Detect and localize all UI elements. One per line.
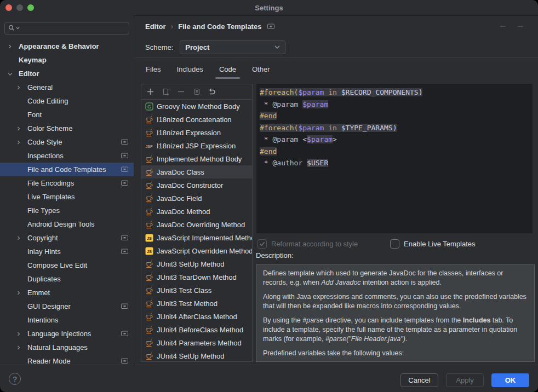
- tab-code[interactable]: Code: [219, 65, 237, 73]
- sidebar-item-file-and-code-templates[interactable]: File and Code Templates: [0, 163, 134, 176]
- jsp-file-icon: JSP: [145, 141, 153, 150]
- question-mark-icon: ?: [13, 375, 16, 383]
- chevron-right-icon[interactable]: [16, 332, 27, 336]
- reset-to-default-button[interactable]: [207, 87, 216, 96]
- template-item-groovy-new-method-body[interactable]: GGroovy New Method Body: [141, 100, 252, 113]
- apply-button[interactable]: Apply: [446, 373, 484, 387]
- template-item-javadoc-class[interactable]: JavaDoc Class: [141, 165, 252, 178]
- template-item-javascript-overridden-method[interactable]: JSJavaScript Overridden Method: [141, 244, 252, 257]
- chevron-right-icon[interactable]: [16, 126, 27, 131]
- template-item-i18nized-jsp-expression[interactable]: JSPI18nized JSP Expression: [141, 139, 252, 152]
- enable-live-templates-label: Enable Live Templates: [404, 240, 476, 248]
- sidebar-item-label: Keymap: [19, 56, 47, 64]
- sidebar-item-language-injections[interactable]: Language Injections: [0, 327, 134, 341]
- template-item-junit3-test-class[interactable]: JUnit3 Test Class: [141, 284, 252, 297]
- tab-other[interactable]: Other: [251, 65, 271, 73]
- cancel-button[interactable]: Cancel: [400, 373, 438, 387]
- settings-content: Editor › File and Code Templates ← → Sch…: [134, 15, 538, 366]
- screen-icon: [121, 331, 128, 337]
- sidebar-item-label: Code Editing: [27, 97, 68, 105]
- tab-includes[interactable]: Includes: [176, 65, 203, 73]
- chevron-down-icon[interactable]: [8, 72, 19, 76]
- template-item-junit3-teardown-method[interactable]: JUnit3 TearDown Method: [141, 270, 252, 284]
- sidebar-item-emmet[interactable]: Emmet: [0, 286, 134, 299]
- template-item-junit3-test-method[interactable]: JUnit3 Test Method: [141, 297, 252, 310]
- duplicate-template-button[interactable]: [192, 87, 201, 96]
- sidebar-item-general[interactable]: General: [0, 80, 134, 94]
- template-item-junit4-parameters-method[interactable]: JUnit4 Parameters Method: [141, 336, 252, 349]
- template-item-i18nized-expression[interactable]: I18nized Expression: [141, 126, 252, 139]
- sidebar-item-android-design-tools[interactable]: Android Design Tools: [0, 217, 134, 231]
- sidebar-item-natural-languages[interactable]: Natural Languages: [0, 341, 134, 354]
- sidebar-item-gui-designer[interactable]: GUI Designer: [0, 299, 134, 313]
- sidebar-item-file-encodings[interactable]: File Encodings: [0, 176, 134, 190]
- sidebar-item-label: Code Style: [27, 138, 62, 146]
- sidebar-item-compose-live-edit[interactable]: Compose Live Edit: [0, 258, 134, 272]
- sidebar-item-live-templates[interactable]: Live Templates: [0, 190, 134, 204]
- template-item-javadoc-field[interactable]: JavaDoc Field: [141, 192, 252, 205]
- chevron-right-icon[interactable]: [16, 85, 27, 90]
- remove-template-button[interactable]: [176, 87, 186, 96]
- sidebar-item-color-scheme[interactable]: Color Scheme: [0, 122, 134, 135]
- enable-live-templates-checkbox[interactable]: [390, 239, 399, 249]
- description-box[interactable]: Defines template which used to generate …: [256, 264, 535, 362]
- sidebar-item-duplicates[interactable]: Duplicates: [0, 272, 134, 286]
- sidebar-item-copyright[interactable]: Copyright: [0, 231, 134, 245]
- description-paragraph: Defines template which used to generate …: [263, 269, 528, 287]
- settings-search-box[interactable]: [4, 22, 129, 34]
- ok-button[interactable]: OK: [491, 373, 529, 387]
- cup-file-icon: [145, 168, 153, 176]
- sidebar-item-file-types[interactable]: File Types: [0, 204, 134, 217]
- chevron-right-icon[interactable]: [16, 236, 27, 240]
- sidebar-item-reader-mode[interactable]: Reader Mode: [0, 354, 134, 366]
- breadcrumb-item-file-and-code-templates[interactable]: File and Code Templates: [178, 22, 261, 31]
- description-paragraph: Predefined variables take the following …: [263, 349, 528, 358]
- sidebar-item-keymap[interactable]: Keymap: [0, 53, 134, 67]
- zoom-window-button[interactable]: [27, 4, 34, 11]
- sidebar-item-code-editing[interactable]: Code Editing: [0, 94, 134, 108]
- description-paragraph: By using the #parse directive, you can i…: [263, 316, 528, 344]
- template-item-label: JavaScript Overridden Method: [157, 247, 252, 255]
- template-item-junit4-setup-method[interactable]: JUnit4 SetUp Method: [141, 349, 252, 361]
- template-item-i18nized-concatenation[interactable]: I18nized Concatenation: [141, 113, 252, 126]
- template-item-label: JavaDoc Class: [157, 168, 204, 176]
- sidebar-item-label: GUI Designer: [27, 302, 71, 310]
- sidebar-item-label: File Encodings: [27, 179, 74, 187]
- sidebar-item-label: Emmet: [27, 289, 50, 297]
- template-item-javadoc-constructor[interactable]: JavaDoc Constructor: [141, 178, 252, 192]
- cup-file-icon: [145, 351, 153, 360]
- search-history-chevron-icon[interactable]: [16, 27, 20, 30]
- help-button[interactable]: ?: [9, 373, 21, 385]
- chevron-right-icon[interactable]: [16, 291, 27, 295]
- template-item-junit4-beforeclass-method[interactable]: JUnit4 BeforeClass Method: [141, 323, 252, 336]
- add-template-button[interactable]: [146, 87, 155, 96]
- scheme-dropdown[interactable]: Project: [180, 41, 285, 54]
- template-item-junit3-setup-method[interactable]: JUnit3 SetUp Method: [141, 257, 252, 270]
- breadcrumb-item-editor[interactable]: Editor: [145, 22, 166, 31]
- back-arrow-icon[interactable]: ←: [499, 20, 507, 30]
- sidebar-item-code-style[interactable]: Code Style: [0, 135, 134, 149]
- sidebar-item-inlay-hints[interactable]: Inlay Hints: [0, 245, 134, 258]
- template-item-javascript-implemented-method[interactable]: JSJavaScript Implemented Method: [141, 231, 252, 244]
- sidebar-item-editor[interactable]: Editor: [0, 67, 134, 80]
- template-editor[interactable]: #foreach($param in $RECORD_COMPONENTS) *…: [256, 84, 533, 233]
- cup-file-icon: [145, 181, 153, 189]
- template-item-javadoc-overriding-method[interactable]: JavaDoc Overriding Method: [141, 218, 252, 231]
- chevron-right-icon[interactable]: [8, 44, 19, 49]
- chevron-right-icon[interactable]: [16, 345, 27, 350]
- sidebar-item-intentions[interactable]: Intentions: [0, 313, 134, 327]
- sidebar-item-inspections[interactable]: Inspections: [0, 149, 134, 163]
- search-input[interactable]: [20, 24, 125, 33]
- code-line: * @param $param: [260, 99, 533, 111]
- template-item-javadoc-method[interactable]: JavaDoc Method: [141, 205, 252, 218]
- sidebar-item-font[interactable]: Font: [0, 108, 134, 122]
- sidebar-item-appearance-behavior[interactable]: Appearance & Behavior: [0, 39, 134, 53]
- template-item-junit4-afterclass-method[interactable]: JUnit4 AfterClass Method: [141, 310, 252, 323]
- forward-arrow-icon[interactable]: →: [516, 20, 525, 30]
- close-window-button[interactable]: [5, 4, 12, 11]
- copy-template-button[interactable]: [161, 87, 170, 96]
- template-item-implemented-method-body[interactable]: Implemented Method Body: [141, 152, 252, 165]
- chevron-right-icon[interactable]: [16, 140, 27, 145]
- search-icon: [8, 25, 15, 32]
- tab-files[interactable]: Files: [145, 65, 161, 73]
